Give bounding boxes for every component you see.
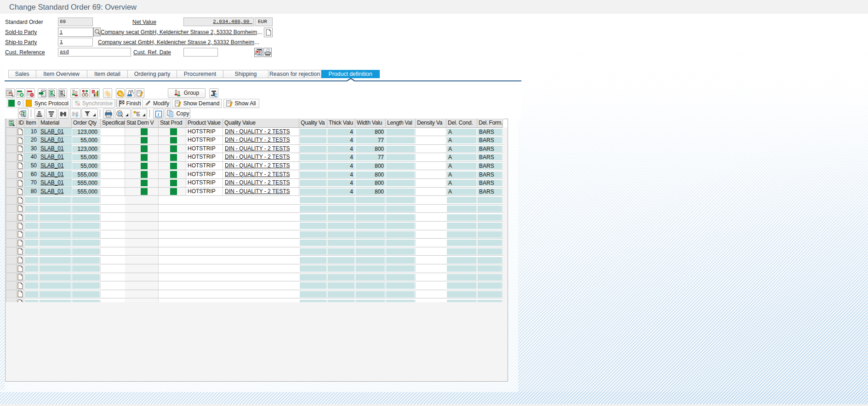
svg-text:5: 5 — [119, 91, 121, 96]
svg-text:1: 1 — [106, 91, 108, 95]
svg-text:R: R — [92, 91, 95, 93]
